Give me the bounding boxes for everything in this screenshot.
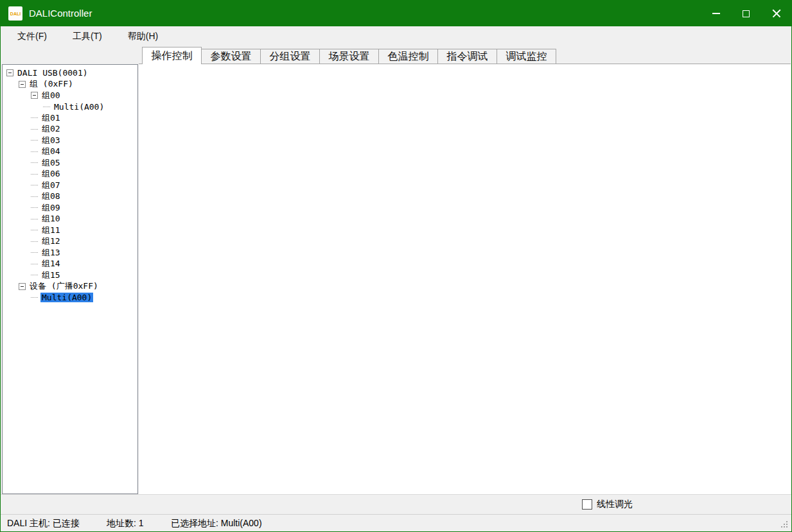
- tree-item-label: 组15: [40, 270, 62, 281]
- tree-item[interactable]: 组11: [3, 225, 137, 236]
- tree-expander-icon[interactable]: [31, 185, 38, 185]
- tree-expander-icon[interactable]: [31, 129, 38, 130]
- linear-dim-checkbox[interactable]: [582, 499, 592, 510]
- window-title: DALIController: [29, 1, 92, 26]
- tree-item-label: 组14: [40, 258, 62, 270]
- tree-expander-icon[interactable]: [31, 230, 38, 230]
- tree-expander-icon[interactable]: [31, 92, 38, 99]
- tree-expander-icon[interactable]: [31, 196, 38, 197]
- tree-item[interactable]: 组 (0xFF): [3, 79, 137, 90]
- tree-item[interactable]: 组08: [3, 191, 137, 203]
- tree-expander-icon[interactable]: [31, 275, 38, 275]
- status-address-count: 地址数: 1: [107, 515, 144, 532]
- status-selected-address: 已选择地址: Multi(A00): [171, 515, 262, 532]
- tree-item-label: 组01: [40, 112, 62, 124]
- tree-item-label: Multi(A00): [53, 102, 105, 112]
- tree-item-label: 组09: [40, 202, 62, 214]
- tab[interactable]: 场景设置: [319, 49, 379, 64]
- tree-item-label: 组06: [40, 168, 62, 180]
- titlebar: DALI DALIController: [1, 1, 791, 26]
- tree-item[interactable]: DALI USB(0001): [3, 67, 137, 79]
- tree-expander-icon[interactable]: [19, 81, 26, 88]
- tree-expander-icon[interactable]: [31, 117, 38, 118]
- tab-strip: 操作控制参数设置分组设置场景设置色温控制指令调试调试监控: [143, 47, 556, 64]
- menubar: 文件(F)工具(T)帮助(H): [1, 26, 791, 46]
- tree-item[interactable]: 组03: [3, 135, 137, 146]
- tree-item-label: 组10: [40, 213, 62, 225]
- tree-expander-icon[interactable]: [19, 283, 26, 290]
- tree-expander-icon[interactable]: [31, 241, 38, 242]
- tree-expander-icon[interactable]: [31, 219, 38, 219]
- tree-item[interactable]: 设备 (广播0xFF): [3, 281, 137, 293]
- menu-item[interactable]: 工具(T): [69, 28, 106, 45]
- tab[interactable]: 参数设置: [201, 49, 261, 64]
- minimize-button[interactable]: [701, 1, 731, 26]
- app-icon: DALI: [8, 6, 22, 21]
- tree-expander-icon[interactable]: [31, 264, 38, 264]
- tree-expander-icon[interactable]: [31, 174, 38, 175]
- tree-item-label: 组02: [40, 123, 62, 135]
- tree-expander-icon[interactable]: [31, 151, 38, 152]
- tree-item[interactable]: 组00: [3, 90, 137, 101]
- device-tree: DALI USB(0001) 组 (0xFF) 组00 Multi(A00) 组…: [2, 64, 138, 494]
- tree-item[interactable]: 组13: [3, 247, 137, 259]
- tree-item[interactable]: 组02: [3, 124, 137, 135]
- tab[interactable]: 指令调试: [437, 49, 497, 64]
- menu-item[interactable]: 文件(F): [13, 28, 51, 45]
- maximize-button[interactable]: [731, 1, 761, 26]
- tree-expander-icon[interactable]: [31, 297, 38, 298]
- tree-item-label: 组00: [40, 90, 62, 101]
- minimize-icon: [712, 13, 720, 14]
- tree-item-label: 组03: [40, 135, 62, 146]
- tree-item-label: 组13: [40, 247, 62, 259]
- close-button[interactable]: [761, 1, 791, 26]
- tree-item-label: 设备 (广播0xFF): [28, 280, 100, 292]
- tree-item-label: DALI USB(0001): [16, 68, 89, 78]
- tree-item[interactable]: 组10: [3, 214, 137, 225]
- statusbar: DALI 主机: 已连接 地址数: 1 已选择地址: Multi(A00): [1, 514, 791, 531]
- tree-item[interactable]: 组05: [3, 157, 137, 169]
- tree-item-label: 组07: [40, 180, 62, 191]
- tree-item[interactable]: 组15: [3, 270, 137, 281]
- tree-item-label: 组11: [40, 225, 62, 236]
- tree-item[interactable]: 组09: [3, 202, 137, 214]
- tab[interactable]: 调试监控: [497, 49, 556, 64]
- tree-item[interactable]: 组14: [3, 259, 137, 270]
- tree-expander-icon[interactable]: [31, 252, 38, 253]
- tree-item[interactable]: Multi(A00): [3, 101, 137, 113]
- linear-dim-label: 线性调光: [597, 499, 633, 510]
- tab-page: [139, 64, 791, 494]
- tree-expander-icon[interactable]: [43, 107, 50, 107]
- status-host: DALI 主机: 已连接: [7, 515, 80, 532]
- footer-strip: 线性调光: [1, 494, 791, 514]
- tree-item-label: Multi(A00): [40, 293, 93, 302]
- tree-item[interactable]: 组06: [3, 169, 137, 180]
- tree-item-label: 组05: [40, 157, 62, 169]
- tree-expander-icon[interactable]: [31, 207, 38, 208]
- tree-item[interactable]: 组04: [3, 146, 137, 158]
- resize-grip[interactable]: [781, 521, 789, 529]
- tree-item-label: 组12: [40, 236, 62, 247]
- tree-item[interactable]: Multi(A00): [3, 292, 137, 304]
- tree-expander-icon[interactable]: [6, 69, 13, 76]
- app-window: DALI DALIController 文件(F)工具(T)帮助(H) 操作控制…: [0, 0, 792, 532]
- close-icon: [772, 9, 781, 18]
- tree-item[interactable]: 组12: [3, 236, 137, 248]
- tab[interactable]: 分组设置: [260, 49, 320, 64]
- tree-item-label: 组04: [40, 146, 62, 157]
- tree-expander-icon[interactable]: [31, 162, 38, 163]
- tab[interactable]: 色温控制: [378, 49, 438, 64]
- app-icon-text: DALI: [10, 12, 21, 16]
- tree-item-label: 组 (0xFF): [28, 78, 75, 90]
- tab[interactable]: 操作控制: [142, 47, 202, 64]
- tree-item-label: 组08: [40, 191, 62, 202]
- maximize-icon: [743, 10, 750, 17]
- tree-item[interactable]: 组07: [3, 180, 137, 191]
- tree-item[interactable]: 组01: [3, 112, 137, 124]
- tree-expander-icon[interactable]: [31, 140, 38, 141]
- menu-item[interactable]: 帮助(H): [124, 28, 162, 45]
